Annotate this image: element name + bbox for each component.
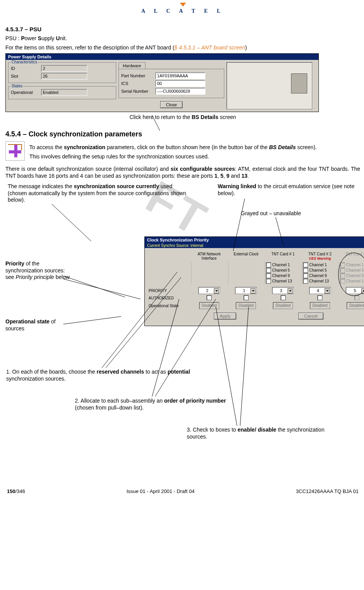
close-button[interactable]: Close xyxy=(160,101,183,108)
lbl-part-number: Part Number xyxy=(121,73,153,78)
field-id: 2 xyxy=(41,65,87,72)
lbl-id: ID xyxy=(11,66,39,71)
annot-step3: 3. Check to boxes to enable/ disable the… xyxy=(187,427,341,440)
chk-tnt2-ch1[interactable] xyxy=(303,262,308,267)
chk-tnt3-ch5 xyxy=(340,268,345,273)
row-opstate-label: Operational State xyxy=(148,304,190,308)
csp-title: Clock Synchronization Priority xyxy=(145,237,364,243)
col-tnt3: TNT Card # 3 xyxy=(339,252,364,260)
heading-psu: 4.5.3.7 – PSU xyxy=(5,26,360,32)
sync-icon xyxy=(5,141,25,161)
chk-auth-tnt2[interactable] xyxy=(317,295,322,300)
legend-characteristics: Characteristics xyxy=(11,60,38,64)
chk-tnt1-ch1[interactable] xyxy=(266,262,271,267)
chk-tnt2-ch9[interactable] xyxy=(303,273,308,278)
legend-states: States xyxy=(11,84,23,88)
field-serial-number[interactable]: ----CU000600628 xyxy=(155,88,205,95)
annot-opstate: Operational state of sources xyxy=(5,318,75,332)
opstate-tnt2: Disabled xyxy=(310,302,330,309)
footer-docid: 3CC12426AAAA TQ BJA 01 xyxy=(296,488,359,494)
channels-tnt3: Channel 1 Channel 5 Channel 9 Channel 13 xyxy=(339,262,364,284)
opstate-ext: Disabled xyxy=(236,302,256,309)
opstate-tnt3: Disabled xyxy=(347,302,364,309)
annot-grayed-out: Grayed out – unavailable xyxy=(241,210,301,217)
col-tnt1: TNT Card # 1 xyxy=(265,252,301,260)
alcatel-logo-text: A L C A T E L xyxy=(141,8,224,14)
annot-step1: 1. On each of the boards, choose the res… xyxy=(6,369,199,382)
dd-priority-tnt1[interactable]: 3 xyxy=(272,287,294,294)
row-authorized-label: AUTHORIZED xyxy=(148,296,190,300)
page-number: 150 xyxy=(7,488,15,494)
field-part-number[interactable]: 1AF01899AAAA xyxy=(155,72,205,79)
field-ics[interactable]: 00 xyxy=(155,80,205,87)
clock-sync-p3: There is one default synchronization sou… xyxy=(5,165,360,179)
annot-priority: Priority of the synchronization sources:… xyxy=(5,260,75,281)
clock-sync-figure: The message indicates the synchronizatio… xyxy=(5,183,360,477)
channels-tnt2: Channel 1 Channel 5 Channel 9 Channel 13 xyxy=(302,262,338,284)
chk-tnt2-ch5[interactable] xyxy=(303,268,308,273)
clock-sync-p2: This involves defining the setup rules f… xyxy=(29,153,360,160)
clock-sync-window: Clock Synchronization Priority Current S… xyxy=(144,236,364,326)
link-ant-screen[interactable]: § 4.5.3.1 – ANT board screen xyxy=(174,44,245,51)
apply-button[interactable]: Apply xyxy=(214,313,236,320)
row-priority-label: PRIORITY xyxy=(148,289,190,293)
lbl-slot: Slot xyxy=(11,74,39,78)
col-atm: ATM Network Interface xyxy=(191,252,227,260)
channels-tnt1: Channel 1 Channel 5 Channel 9 Channel 13 xyxy=(265,262,301,284)
cancel-button[interactable]: Cancel xyxy=(298,313,323,320)
heading-clock-sync: 4.5.4 – Clock synchronization parameters xyxy=(5,130,360,138)
chk-auth-tnt1[interactable] xyxy=(281,295,286,300)
alcatel-logo: A L C A T E L xyxy=(5,8,360,14)
chk-auth-atm[interactable] xyxy=(207,295,212,300)
clock-sync-p1: To access the synchronization parameters… xyxy=(29,144,360,151)
chk-tnt1-ch5[interactable] xyxy=(266,268,271,273)
opstate-atm: Disabled xyxy=(199,302,219,309)
field-operational: Enabled xyxy=(41,89,87,96)
lbl-serial-number: Serial Number xyxy=(121,89,153,94)
page-footer: 150/346 Issue 01 - April 2001 - Draft 04… xyxy=(5,488,360,494)
chk-tnt3-ch13 xyxy=(340,279,345,284)
chk-tnt1-ch9[interactable] xyxy=(266,273,271,278)
tab-hardware[interactable]: Hardware xyxy=(119,62,146,69)
ces-warning: CES Warning xyxy=(309,257,331,260)
field-slot: 26 xyxy=(41,73,87,80)
col-ext-clock: External Clock xyxy=(228,252,264,260)
dd-priority-tnt2[interactable]: 4 xyxy=(309,287,331,294)
chk-tnt1-ch13[interactable] xyxy=(266,279,271,284)
dd-priority-tnt3[interactable]: 5 xyxy=(346,287,364,294)
svg-line-1 xyxy=(52,204,91,241)
psu-details-window: Power Supply Details Characteristics ID … xyxy=(5,53,319,112)
opstate-tnt1: Disabled xyxy=(273,302,293,309)
chk-auth-ext[interactable] xyxy=(244,295,249,300)
dd-priority-atm[interactable]: 2 xyxy=(198,287,220,294)
lbl-operational: Operational xyxy=(11,90,39,95)
chk-tnt3-ch9 xyxy=(340,273,345,278)
psu-hardware-photo xyxy=(227,62,312,109)
svg-line-5 xyxy=(63,279,141,299)
lbl-ics: ICS xyxy=(121,81,153,86)
annot-step2: 2. Allocate to each sub–assembly an orde… xyxy=(75,398,229,411)
psu-window-title: Power Supply Details xyxy=(6,54,318,60)
psu-intro: For the items on this screen, refer to t… xyxy=(5,44,360,51)
annot-sync-source-msg: The message indicates the synchronizatio… xyxy=(8,183,189,204)
psu-expansion: PSU : Power Supply Unit. xyxy=(5,35,360,42)
chk-tnt3-ch1 xyxy=(340,262,345,267)
footer-issue: Issue 01 - April 2001 - Draft 04 xyxy=(127,488,195,494)
col-tnt2: TNT Card # 2 CES Warning xyxy=(302,252,338,260)
csp-subtitle: Current Synchro Source: internal xyxy=(145,243,364,248)
chk-tnt2-ch13[interactable] xyxy=(303,279,308,284)
dd-priority-ext[interactable]: 1 xyxy=(235,287,257,294)
callout-close: Click here to return to the BS Details s… xyxy=(5,114,360,121)
annot-warning: Warning linked to the circuit emulation … xyxy=(218,183,357,197)
chk-auth-tnt3 xyxy=(354,295,359,300)
